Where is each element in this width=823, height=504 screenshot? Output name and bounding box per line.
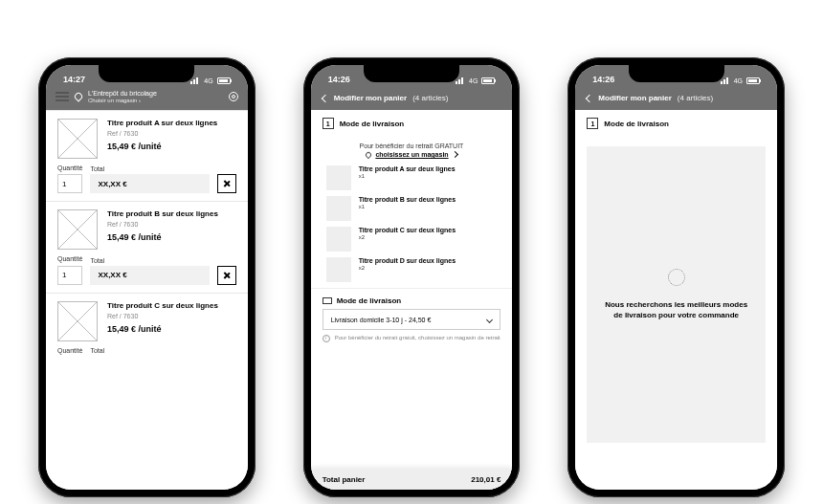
- phone-3: 14:26 4G Modifier mon panier (4 articles…: [567, 57, 785, 497]
- pin-icon: [365, 150, 372, 158]
- network-label: 4G: [204, 77, 212, 84]
- total-label: Total: [90, 257, 209, 264]
- thumb-placeholder: [326, 227, 351, 252]
- product-ref: Ref / 7630: [107, 130, 217, 137]
- summary-item: Titre produit D sur deux lignes x2: [311, 257, 513, 288]
- step-header: 1 Mode de livraison: [575, 110, 777, 137]
- screen: 14:26 4G Modifier mon panier (4 articles…: [311, 65, 513, 490]
- product-title: Titre produit B sur deux lignes: [107, 209, 218, 218]
- summary-title: Titre produit A sur deux lignes: [359, 165, 456, 172]
- product-image-placeholder: [57, 301, 98, 341]
- status-bar: 14:26 4G: [311, 65, 513, 86]
- qty-input[interactable]: [57, 174, 82, 193]
- remove-button[interactable]: [217, 266, 236, 285]
- thumb-placeholder: [326, 257, 351, 282]
- status-right: 4G: [456, 77, 495, 84]
- page-header: Modifier mon panier (4 articles): [311, 86, 513, 110]
- summary-item: Titre produit A sur deux lignes x1: [311, 165, 513, 196]
- store-selector[interactable]: L'Entrepôt du bricolage Choisir un magas…: [88, 90, 223, 104]
- cart-item: Titre produit A sur deux lignes Ref / 76…: [46, 110, 248, 202]
- cart-item: Titre produit B sur deux lignes Ref / 76…: [46, 201, 248, 293]
- total-label: Total: [90, 347, 235, 354]
- qty-input[interactable]: [57, 266, 82, 285]
- summary-title: Titre produit C sur deux lignes: [359, 227, 456, 233]
- close-icon: [223, 272, 231, 279]
- product-price: 15,49 € /unité: [107, 324, 218, 334]
- product-price: 15,49 € /unité: [107, 232, 218, 242]
- summary-title: Titre produit D sur deux lignes: [359, 257, 456, 264]
- phone-1: 14:27 4G L'Entrepôt du bricolage Choisir…: [38, 57, 256, 497]
- page-title: Modifier mon panier: [598, 94, 671, 102]
- status-right: 4G: [721, 77, 760, 84]
- network-label: 4G: [734, 77, 743, 84]
- checkout-content: 1 Mode de livraison Pour bénéficier du r…: [311, 110, 513, 490]
- product-image-placeholder: [57, 209, 98, 250]
- free-pickup-hint: Pour bénéficier du retrait GRATUIT: [311, 137, 513, 151]
- summary-qty: x2: [359, 234, 456, 240]
- store-header: L'Entrepôt du bricolage Choisir un magas…: [46, 86, 248, 110]
- summary-qty: x1: [359, 173, 456, 179]
- delivery-select[interactable]: Livraison domicile 3-10 j - 24,50 €: [323, 309, 501, 330]
- line-total: XX,XX €: [90, 266, 209, 285]
- qty-label: Quantité: [57, 164, 82, 171]
- checkout-content: 1 Mode de livraison Nous recherchons les…: [575, 110, 777, 490]
- delivery-mode-header: Mode de livraison: [311, 288, 513, 309]
- screen: 14:26 4G Modifier mon panier (4 articles…: [575, 65, 777, 490]
- step-header: 1 Mode de livraison: [311, 110, 513, 137]
- summary-title: Titre produit B sur deux lignes: [359, 196, 456, 203]
- line-total: XX,XX €: [90, 174, 209, 193]
- cart-item: Titre produit C sur deux lignes Ref / 76…: [46, 293, 248, 356]
- product-ref: Ref / 7630: [107, 313, 218, 319]
- hint-text: Pour bénéficier du retrait gratuit, choi…: [335, 335, 500, 342]
- phone-2: 14:26 4G Modifier mon panier (4 articles…: [303, 57, 521, 497]
- loading-text: Nous recherchons les meilleurs modes de …: [604, 299, 748, 320]
- store-sub: Choisir un magasin ›: [88, 98, 223, 104]
- product-image-placeholder: [57, 119, 98, 159]
- qty-label: Quantité: [57, 255, 82, 262]
- back-icon[interactable]: [586, 94, 593, 101]
- article-count: (4 articles): [412, 94, 448, 102]
- thumb-placeholder: [326, 196, 351, 221]
- qty-label: Quantité: [57, 347, 82, 354]
- back-icon[interactable]: [321, 94, 328, 101]
- thumb-placeholder: [326, 165, 351, 190]
- choose-store-link[interactable]: choisissez un magasin: [311, 151, 513, 165]
- page-header: Modifier mon panier (4 articles): [575, 86, 777, 110]
- article-count: (4 articles): [678, 94, 713, 102]
- product-title: Titre produit C sur deux lignes: [107, 301, 218, 310]
- battery-icon: [217, 77, 231, 84]
- signal-icon: [190, 77, 200, 84]
- choose-store-label: choisissez un magasin: [375, 151, 448, 158]
- clock: 14:27: [63, 75, 85, 84]
- pin-icon: [73, 92, 83, 102]
- cart-total-bar: Total panier 210,01 €: [311, 470, 513, 490]
- signal-icon: [721, 77, 730, 84]
- battery-icon: [481, 77, 495, 84]
- spinner-icon: [668, 269, 685, 286]
- step-number: 1: [587, 118, 598, 129]
- screen: 14:27 4G L'Entrepôt du bricolage Choisir…: [46, 65, 248, 490]
- status-bar: 14:26 4G: [575, 65, 777, 86]
- signal-icon: [456, 77, 465, 84]
- product-ref: Ref / 7630: [107, 221, 218, 228]
- product-price: 15,49 € /unité: [107, 142, 217, 151]
- pickup-hint: Pour bénéficier du retrait gratuit, choi…: [311, 330, 513, 347]
- total-label: Total panier: [323, 475, 366, 484]
- close-icon: [223, 180, 231, 187]
- delivery-mode-label: Mode de livraison: [337, 296, 402, 305]
- product-title: Titre produit A sur deux lignes: [107, 119, 217, 127]
- summary-qty: x2: [359, 265, 456, 271]
- total-label: Total: [90, 165, 209, 172]
- gear-icon[interactable]: [229, 92, 238, 101]
- menu-icon[interactable]: [56, 92, 69, 101]
- cart-list: Titre produit A sur deux lignes Ref / 76…: [46, 110, 248, 490]
- step-title: Mode de livraison: [340, 120, 405, 128]
- store-name: L'Entrepôt du bricolage: [88, 90, 223, 98]
- loading-card: Nous recherchons les meilleurs modes de …: [587, 146, 766, 443]
- remove-button[interactable]: [217, 174, 236, 193]
- info-icon: [323, 335, 330, 342]
- step-number: 1: [323, 118, 334, 129]
- chevron-right-icon: [452, 151, 458, 158]
- select-value: Livraison domicile 3-10 j - 24,50 €: [331, 317, 432, 323]
- chevron-down-icon: [486, 316, 493, 322]
